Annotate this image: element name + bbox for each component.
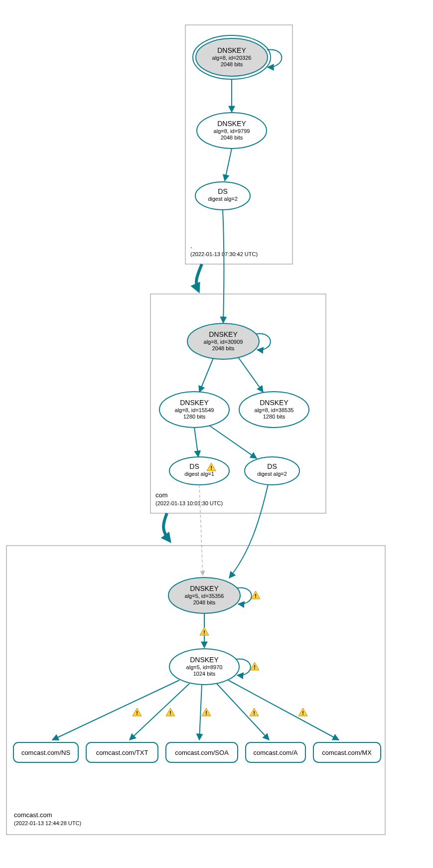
svg-text:digest alg=2: digest alg=2: [208, 196, 238, 202]
edge-zsk-soa: [199, 685, 202, 740]
node-dom-zsk[interactable]: DNSKEY alg=5, id=8970 1024 bits: [169, 649, 239, 685]
svg-text:2048 bits: 2048 bits: [221, 135, 243, 141]
warning-icon: [166, 708, 175, 716]
edge-com-zsk1-ds1: [194, 428, 198, 457]
warning-icon: [202, 708, 211, 716]
svg-text:DNSKEY: DNSKEY: [190, 584, 219, 592]
svg-text:comcast.com/NS: comcast.com/NS: [21, 749, 71, 756]
svg-text:1024 bits: 1024 bits: [193, 671, 216, 677]
edge-root-zsk-ds: [225, 148, 232, 181]
zone-domain-ts: (2022-01-13 12:44:28 UTC): [14, 820, 81, 826]
svg-text:DNSKEY: DNSKEY: [190, 656, 219, 664]
svg-text:alg=8, id=15549: alg=8, id=15549: [175, 407, 214, 413]
svg-text:alg=5, id=35356: alg=5, id=35356: [185, 593, 224, 599]
edge-com-ksk-zsk1: [199, 358, 213, 392]
svg-text:digest alg=1: digest alg=1: [184, 471, 214, 477]
rr-a[interactable]: comcast.com/A: [246, 742, 305, 762]
warning-icon: [251, 591, 260, 599]
svg-text:alg=8, id=9799: alg=8, id=9799: [214, 128, 250, 134]
node-root-zsk[interactable]: DNSKEY alg=8, id=9799 2048 bits: [197, 113, 267, 148]
svg-text:comcast.com/A: comcast.com/A: [254, 749, 298, 756]
svg-text:alg=8, id=20326: alg=8, id=20326: [212, 55, 252, 61]
node-com-zsk2[interactable]: DNSKEY alg=8, id=38535 1280 bits: [239, 392, 309, 428]
svg-text:alg=8, id=38535: alg=8, id=38535: [255, 407, 294, 413]
edge-zsk-ns: [52, 680, 179, 740]
svg-text:comcast.com/MX: comcast.com/MX: [322, 749, 372, 756]
zone-root-name: .: [190, 242, 192, 250]
dnssec-diagram: ! . (2022-01-13 07:30:42 UTC) DNSKEY alg…: [0, 0, 433, 868]
svg-text:digest alg=2: digest alg=2: [257, 471, 287, 477]
node-root-ds[interactable]: DS digest alg=2: [195, 182, 250, 210]
rr-txt[interactable]: comcast.com/TXT: [86, 742, 158, 762]
warning-icon: [298, 708, 307, 716]
zone-domain-name: comcast.com: [14, 811, 52, 819]
svg-text:1280 bits: 1280 bits: [263, 414, 286, 420]
node-root-ksk[interactable]: DNSKEY alg=8, id=20326 2048 bits: [193, 35, 271, 79]
rr-soa[interactable]: comcast.com/SOA: [166, 742, 238, 762]
node-com-ds1[interactable]: DS digest alg=1: [169, 457, 229, 485]
edge-com-to-domain: [163, 513, 169, 541]
zone-com-ts: (2022-01-13 10:01:30 UTC): [155, 500, 223, 506]
svg-text:DS: DS: [218, 187, 227, 195]
edge-zsk-a: [217, 684, 269, 740]
svg-text:alg=8, id=30909: alg=8, id=30909: [204, 339, 243, 345]
svg-text:DS: DS: [267, 462, 277, 470]
warning-icon: [133, 708, 142, 716]
svg-text:alg=5, id=8970: alg=5, id=8970: [186, 664, 223, 670]
node-com-ksk[interactable]: DNSKEY alg=8, id=30909 2048 bits: [187, 323, 259, 359]
rr-ns[interactable]: comcast.com/NS: [13, 742, 78, 762]
node-dom-ksk[interactable]: DNSKEY alg=5, id=35356 2048 bits: [168, 578, 240, 613]
svg-text:DNSKEY: DNSKEY: [209, 330, 238, 338]
edge-root-to-com: [196, 264, 202, 290]
svg-text:2048 bits: 2048 bits: [221, 61, 243, 67]
svg-text:DNSKEY: DNSKEY: [217, 46, 246, 54]
svg-text:comcast.com/SOA: comcast.com/SOA: [175, 749, 229, 756]
svg-text:DNSKEY: DNSKEY: [180, 399, 209, 407]
svg-text:2048 bits: 2048 bits: [212, 345, 235, 351]
svg-text:1280 bits: 1280 bits: [183, 414, 206, 420]
svg-text:DNSKEY: DNSKEY: [260, 399, 289, 407]
warning-icon: [200, 627, 209, 635]
warning-icon: [250, 708, 259, 716]
svg-text:comcast.com/TXT: comcast.com/TXT: [96, 749, 148, 756]
edge-root-ds-com-ksk: [223, 210, 224, 323]
edge-com-ds1-domksk: [199, 485, 203, 576]
edge-com-zsk1-ds2: [209, 426, 257, 458]
edge-zsk-mx: [228, 680, 339, 740]
edge-com-ds2-domksk: [229, 484, 268, 578]
edge-com-ksk-zsk2: [238, 357, 263, 392]
node-com-zsk1[interactable]: DNSKEY alg=8, id=15549 1280 bits: [159, 392, 229, 428]
warning-icon: [250, 662, 259, 670]
rr-mx[interactable]: comcast.com/MX: [313, 742, 381, 762]
svg-text:DS: DS: [189, 462, 199, 470]
zone-com-name: com: [155, 491, 168, 499]
node-com-ds2[interactable]: DS digest alg=2: [245, 457, 299, 485]
svg-text:DNSKEY: DNSKEY: [217, 120, 246, 128]
svg-text:2048 bits: 2048 bits: [193, 599, 216, 605]
